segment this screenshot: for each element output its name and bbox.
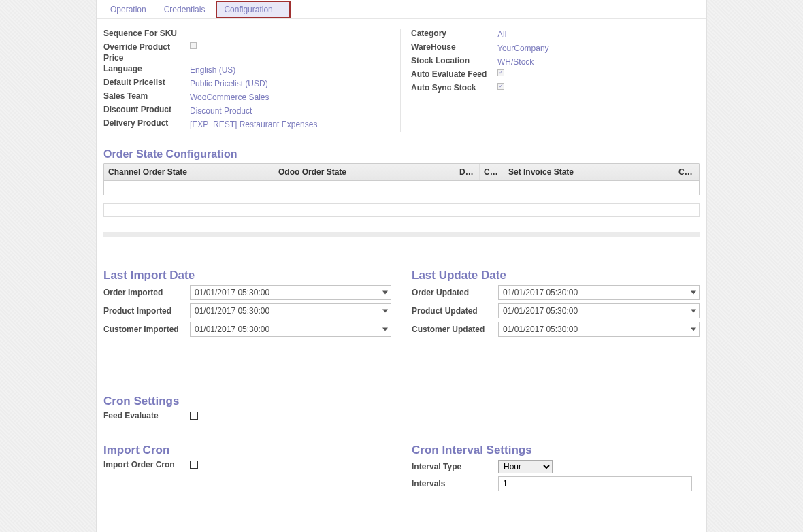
feed-evaluate-checkbox[interactable] (190, 412, 198, 420)
interval-type-select[interactable]: Hour (498, 460, 553, 473)
category-label: Category (411, 29, 497, 39)
col-channel-state[interactable]: Channel Order State (104, 164, 274, 180)
tab-configuration[interactable]: Configuration (216, 1, 290, 18)
pricelist-value[interactable]: Public Pricelist (USD) (190, 78, 268, 90)
sales-team-label: Sales Team (103, 91, 190, 102)
customer-imported-label: Customer Imported (103, 325, 190, 334)
import-order-cron-checkbox[interactable] (190, 461, 198, 469)
col-create2[interactable]: Cre… (674, 164, 699, 180)
sequence-sku-label: Sequence For SKU (103, 29, 190, 39)
table-body[interactable] (104, 181, 699, 195)
last-import-heading: Last Import Date (103, 262, 391, 285)
chevron-down-icon (382, 291, 388, 295)
col-create1[interactable]: Cre… (480, 164, 504, 180)
product-imported-input[interactable]: 01/01/2017 05:30:00 (190, 303, 391, 318)
intervals-input[interactable] (498, 476, 692, 491)
language-value[interactable]: English (US) (190, 64, 235, 76)
tabs: Operation Credentials Configuration (97, 0, 706, 19)
sales-team-value[interactable]: WooCommerce Sales (190, 91, 269, 103)
import-order-cron-label: Import Order Cron (103, 460, 190, 469)
auto-eval-label: Auto Evaluate Feed (411, 69, 497, 80)
cron-settings-heading: Cron Settings (103, 388, 700, 411)
warehouse-value[interactable]: YourCompany (497, 42, 549, 54)
stock-location-label: Stock Location (411, 56, 497, 67)
order-state-heading: Order State Configuration (97, 142, 706, 163)
chevron-down-icon (691, 291, 696, 295)
stock-location-value[interactable]: WH/Stock (497, 56, 534, 68)
product-imported-label: Product Imported (103, 306, 190, 316)
table-header: Channel Order State Odoo Order State Def… (104, 164, 699, 181)
separator (103, 232, 700, 237)
auto-eval-checkbox[interactable] (497, 69, 504, 76)
col-odoo-state[interactable]: Odoo Order State (274, 164, 455, 180)
chevron-down-icon (691, 328, 696, 331)
auto-sync-checkbox[interactable] (497, 83, 504, 90)
order-imported-label: Order Imported (103, 288, 190, 297)
import-cron-heading: Import Cron (103, 437, 391, 460)
chevron-down-icon (382, 310, 388, 313)
order-state-table: Channel Order State Odoo Order State Def… (103, 163, 700, 195)
cron-interval-heading: Cron Interval Settings (412, 437, 700, 460)
order-updated-label: Order Updated (412, 288, 498, 297)
delivery-product-value[interactable]: [EXP_REST] Restaurant Expenses (190, 118, 317, 131)
col-set-invoice[interactable]: Set Invoice State (504, 164, 674, 180)
chevron-down-icon (691, 310, 696, 313)
config-columns: Sequence For SKU Override Product Price … (97, 19, 706, 139)
language-label: Language (103, 64, 190, 75)
interval-type-label: Interval Type (412, 462, 498, 471)
override-price-checkbox[interactable] (190, 42, 197, 49)
discount-product-label: Discount Product (103, 105, 190, 116)
warehouse-label: WareHouse (411, 42, 497, 53)
override-price-label: Override Product Price (103, 42, 190, 63)
order-updated-input[interactable]: 01/01/2017 05:30:00 (498, 285, 700, 300)
secondary-strip (103, 203, 700, 217)
product-updated-input[interactable]: 01/01/2017 05:30:00 (498, 303, 700, 318)
col-default[interactable]: Defa… (455, 164, 480, 180)
customer-imported-input[interactable]: 01/01/2017 05:30:00 (190, 322, 391, 337)
intervals-label: Intervals (412, 479, 498, 488)
tab-credentials[interactable]: Credentials (157, 1, 212, 18)
delivery-product-label: Delivery Product (103, 118, 190, 129)
product-updated-label: Product Updated (412, 306, 498, 316)
last-update-heading: Last Update Date (412, 262, 700, 285)
pricelist-label: Default Pricelist (103, 78, 190, 88)
chevron-down-icon (382, 328, 388, 331)
category-value[interactable]: All (497, 29, 506, 41)
feed-evaluate-label: Feed Evaluate (103, 411, 190, 420)
tab-operation[interactable]: Operation (103, 1, 153, 18)
order-imported-input[interactable]: 01/01/2017 05:30:00 (190, 285, 391, 300)
discount-product-value[interactable]: Discount Product (190, 105, 252, 117)
customer-updated-label: Customer Updated (412, 325, 498, 334)
customer-updated-input[interactable]: 01/01/2017 05:30:00 (498, 322, 700, 337)
auto-sync-label: Auto Sync Stock (411, 83, 497, 94)
